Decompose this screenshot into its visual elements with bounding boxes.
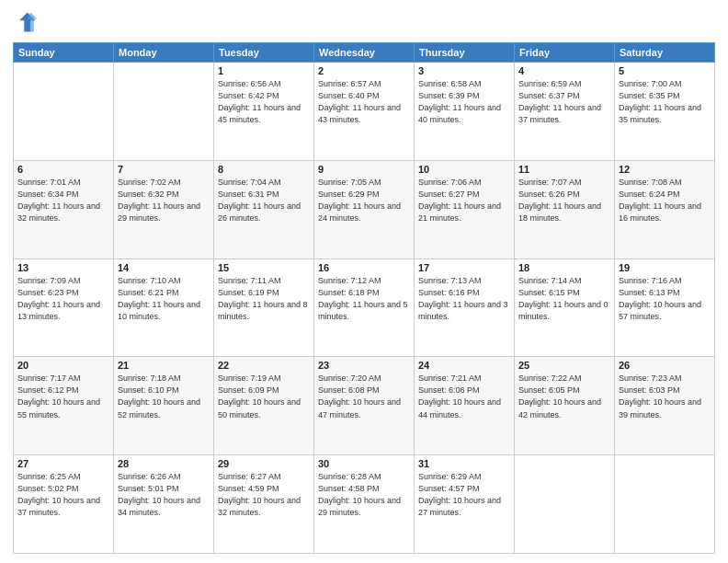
day-info: Sunrise: 7:23 AM Sunset: 6:03 PM Dayligh…	[619, 373, 711, 420]
day-number: 28	[118, 458, 210, 469]
day-of-week-header: Sunday	[14, 43, 114, 63]
day-of-week-header: Thursday	[415, 43, 515, 63]
calendar-cell: 25Sunrise: 7:22 AM Sunset: 6:05 PM Dayli…	[515, 357, 615, 455]
day-info: Sunrise: 7:02 AM Sunset: 6:32 PM Dayligh…	[118, 177, 210, 224]
calendar-cell: 15Sunrise: 7:11 AM Sunset: 6:19 PM Dayli…	[214, 259, 314, 357]
calendar-cell: 26Sunrise: 7:23 AM Sunset: 6:03 PM Dayli…	[615, 357, 715, 455]
day-info: Sunrise: 6:58 AM Sunset: 6:39 PM Dayligh…	[418, 78, 510, 126]
calendar-cell	[615, 455, 715, 554]
day-number: 8	[218, 164, 310, 175]
calendar-cell: 18Sunrise: 7:14 AM Sunset: 6:15 PM Dayli…	[515, 259, 615, 357]
day-info: Sunrise: 7:09 AM Sunset: 6:23 PM Dayligh…	[17, 275, 109, 323]
day-info: Sunrise: 7:10 AM Sunset: 6:21 PM Dayligh…	[118, 275, 210, 323]
day-info: Sunrise: 6:28 AM Sunset: 4:58 PM Dayligh…	[318, 471, 410, 519]
day-info: Sunrise: 6:29 AM Sunset: 4:57 PM Dayligh…	[418, 471, 510, 519]
day-info: Sunrise: 7:18 AM Sunset: 6:10 PM Dayligh…	[118, 373, 210, 420]
day-of-week-header: Tuesday	[214, 43, 314, 63]
calendar-header-row: SundayMondayTuesdayWednesdayThursdayFrid…	[14, 43, 715, 63]
calendar-cell: 17Sunrise: 7:13 AM Sunset: 6:16 PM Dayli…	[415, 259, 515, 357]
day-info: Sunrise: 6:25 AM Sunset: 5:02 PM Dayligh…	[17, 471, 109, 519]
day-info: Sunrise: 7:19 AM Sunset: 6:09 PM Dayligh…	[218, 373, 310, 420]
day-of-week-header: Saturday	[615, 43, 715, 63]
day-number: 10	[418, 164, 510, 175]
calendar-cell: 7Sunrise: 7:02 AM Sunset: 6:32 PM Daylig…	[114, 160, 214, 259]
day-info: Sunrise: 7:14 AM Sunset: 6:15 PM Dayligh…	[518, 275, 610, 323]
day-info: Sunrise: 7:07 AM Sunset: 6:26 PM Dayligh…	[518, 177, 610, 224]
day-info: Sunrise: 7:13 AM Sunset: 6:16 PM Dayligh…	[418, 275, 510, 323]
day-number: 21	[118, 360, 210, 371]
day-number: 31	[418, 458, 510, 469]
logo-icon	[13, 9, 39, 35]
day-info: Sunrise: 7:04 AM Sunset: 6:31 PM Dayligh…	[218, 177, 310, 224]
day-number: 19	[619, 262, 711, 273]
calendar-week-row: 20Sunrise: 7:17 AM Sunset: 6:12 PM Dayli…	[14, 357, 715, 455]
calendar-week-row: 13Sunrise: 7:09 AM Sunset: 6:23 PM Dayli…	[14, 259, 715, 357]
calendar-cell	[14, 63, 114, 161]
day-info: Sunrise: 7:17 AM Sunset: 6:12 PM Dayligh…	[17, 373, 109, 420]
day-number: 2	[318, 65, 410, 76]
calendar-cell: 12Sunrise: 7:08 AM Sunset: 6:24 PM Dayli…	[615, 160, 715, 259]
calendar-cell	[515, 455, 615, 554]
day-number: 26	[619, 360, 711, 371]
calendar-cell: 9Sunrise: 7:05 AM Sunset: 6:29 PM Daylig…	[314, 160, 415, 259]
day-number: 18	[518, 262, 610, 273]
calendar-cell: 31Sunrise: 6:29 AM Sunset: 4:57 PM Dayli…	[415, 455, 515, 554]
day-info: Sunrise: 7:01 AM Sunset: 6:34 PM Dayligh…	[17, 177, 109, 224]
day-info: Sunrise: 7:22 AM Sunset: 6:05 PM Dayligh…	[518, 373, 610, 420]
calendar-cell: 23Sunrise: 7:20 AM Sunset: 6:08 PM Dayli…	[314, 357, 415, 455]
calendar-cell: 6Sunrise: 7:01 AM Sunset: 6:34 PM Daylig…	[14, 160, 114, 259]
calendar-cell: 8Sunrise: 7:04 AM Sunset: 6:31 PM Daylig…	[214, 160, 314, 259]
day-info: Sunrise: 7:05 AM Sunset: 6:29 PM Dayligh…	[318, 177, 410, 224]
day-info: Sunrise: 7:00 AM Sunset: 6:35 PM Dayligh…	[619, 78, 711, 126]
calendar-cell: 27Sunrise: 6:25 AM Sunset: 5:02 PM Dayli…	[14, 455, 114, 554]
day-number: 14	[118, 262, 210, 273]
day-info: Sunrise: 7:06 AM Sunset: 6:27 PM Dayligh…	[418, 177, 510, 224]
day-info: Sunrise: 6:57 AM Sunset: 6:40 PM Dayligh…	[318, 78, 410, 126]
day-info: Sunrise: 6:27 AM Sunset: 4:59 PM Dayligh…	[218, 471, 310, 519]
day-info: Sunrise: 7:12 AM Sunset: 6:18 PM Dayligh…	[318, 275, 410, 323]
calendar-cell: 24Sunrise: 7:21 AM Sunset: 6:06 PM Dayli…	[415, 357, 515, 455]
calendar-cell	[114, 63, 214, 161]
header	[13, 9, 715, 35]
calendar-week-row: 27Sunrise: 6:25 AM Sunset: 5:02 PM Dayli…	[14, 455, 715, 554]
day-number: 11	[518, 164, 610, 175]
calendar-cell: 10Sunrise: 7:06 AM Sunset: 6:27 PM Dayli…	[415, 160, 515, 259]
day-number: 24	[418, 360, 510, 371]
day-number: 23	[318, 360, 410, 371]
day-number: 6	[17, 164, 109, 175]
day-number: 25	[518, 360, 610, 371]
page: SundayMondayTuesdayWednesdayThursdayFrid…	[0, 0, 728, 563]
calendar-cell: 3Sunrise: 6:58 AM Sunset: 6:39 PM Daylig…	[415, 63, 515, 161]
day-number: 5	[619, 65, 711, 76]
calendar-cell: 22Sunrise: 7:19 AM Sunset: 6:09 PM Dayli…	[214, 357, 314, 455]
calendar-week-row: 6Sunrise: 7:01 AM Sunset: 6:34 PM Daylig…	[14, 160, 715, 259]
calendar-table: SundayMondayTuesdayWednesdayThursdayFrid…	[13, 42, 715, 554]
calendar-cell: 20Sunrise: 7:17 AM Sunset: 6:12 PM Dayli…	[14, 357, 114, 455]
calendar-cell: 30Sunrise: 6:28 AM Sunset: 4:58 PM Dayli…	[314, 455, 415, 554]
day-info: Sunrise: 7:11 AM Sunset: 6:19 PM Dayligh…	[218, 275, 310, 323]
day-info: Sunrise: 6:59 AM Sunset: 6:37 PM Dayligh…	[518, 78, 610, 126]
day-number: 29	[218, 458, 310, 469]
calendar-cell: 2Sunrise: 6:57 AM Sunset: 6:40 PM Daylig…	[314, 63, 415, 161]
day-number: 22	[218, 360, 310, 371]
calendar-week-row: 1Sunrise: 6:56 AM Sunset: 6:42 PM Daylig…	[14, 63, 715, 161]
logo	[13, 9, 42, 35]
calendar-cell: 5Sunrise: 7:00 AM Sunset: 6:35 PM Daylig…	[615, 63, 715, 161]
day-of-week-header: Wednesday	[314, 43, 415, 63]
day-info: Sunrise: 6:56 AM Sunset: 6:42 PM Dayligh…	[218, 78, 310, 126]
day-number: 3	[418, 65, 510, 76]
calendar-cell: 16Sunrise: 7:12 AM Sunset: 6:18 PM Dayli…	[314, 259, 415, 357]
day-of-week-header: Monday	[114, 43, 214, 63]
calendar-cell: 19Sunrise: 7:16 AM Sunset: 6:13 PM Dayli…	[615, 259, 715, 357]
day-info: Sunrise: 7:20 AM Sunset: 6:08 PM Dayligh…	[318, 373, 410, 420]
day-number: 4	[518, 65, 610, 76]
day-number: 13	[17, 262, 109, 273]
calendar-cell: 21Sunrise: 7:18 AM Sunset: 6:10 PM Dayli…	[114, 357, 214, 455]
calendar-cell: 11Sunrise: 7:07 AM Sunset: 6:26 PM Dayli…	[515, 160, 615, 259]
day-number: 30	[318, 458, 410, 469]
calendar-cell: 1Sunrise: 6:56 AM Sunset: 6:42 PM Daylig…	[214, 63, 314, 161]
day-number: 20	[17, 360, 109, 371]
day-number: 27	[17, 458, 109, 469]
day-number: 16	[318, 262, 410, 273]
day-info: Sunrise: 7:08 AM Sunset: 6:24 PM Dayligh…	[619, 177, 711, 224]
